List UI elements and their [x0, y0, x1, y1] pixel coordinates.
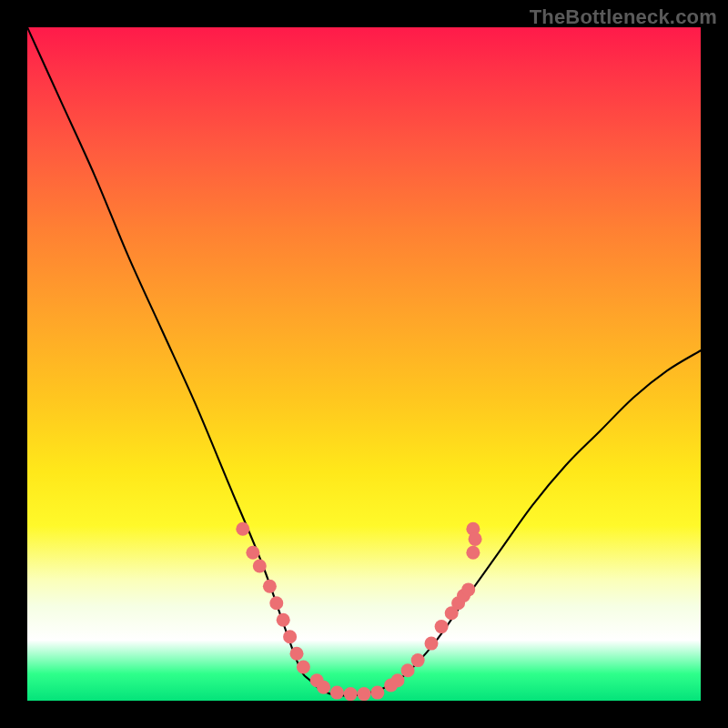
marker-dot [425, 637, 439, 651]
bottleneck-curve-line [27, 27, 701, 695]
marker-dot [330, 686, 344, 700]
marker-dot [297, 661, 310, 674]
marker-dot [269, 596, 283, 610]
curve-markers [236, 522, 481, 701]
marker-dot [283, 630, 297, 643]
marker-dot [344, 687, 358, 701]
marker-dot [469, 532, 482, 546]
watermark-text: TheBottleneck.com [530, 5, 717, 29]
chart-container: TheBottleneck.com [0, 0, 728, 728]
marker-dot [411, 653, 425, 667]
marker-dot [401, 663, 415, 677]
plot-area [27, 27, 701, 701]
curve-svg [27, 27, 701, 701]
marker-dot [317, 681, 330, 694]
marker-dot [461, 582, 475, 596]
marker-dot [236, 522, 249, 536]
marker-dot [435, 620, 449, 633]
marker-dot [466, 546, 480, 560]
marker-dot [246, 546, 259, 560]
marker-dot [253, 560, 267, 573]
marker-dot [263, 580, 277, 593]
marker-dot [277, 613, 290, 627]
marker-dot [358, 687, 371, 701]
marker-dot [370, 686, 384, 700]
marker-dot [290, 647, 304, 661]
marker-dot [391, 673, 405, 687]
